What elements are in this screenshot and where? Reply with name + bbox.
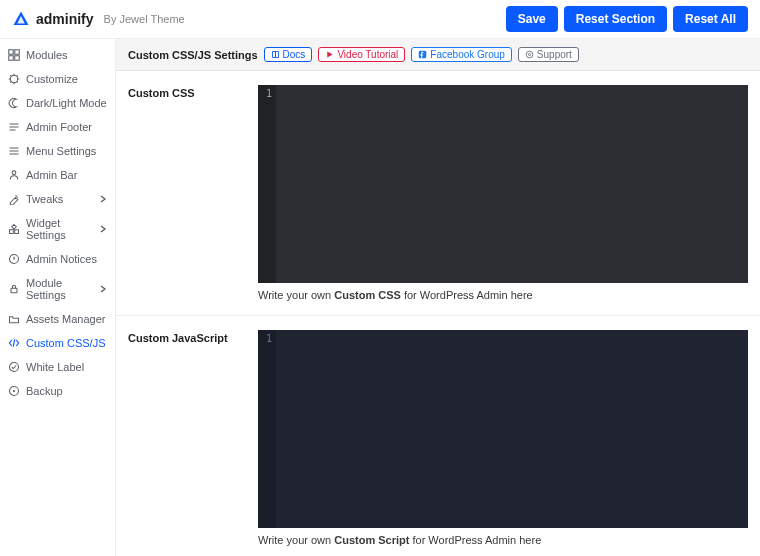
code-area[interactable] xyxy=(276,330,748,528)
editor-gutter: 1 xyxy=(258,330,276,528)
sidebar-item-label: Dark/Light Mode xyxy=(26,97,107,109)
docs-chip[interactable]: Docs xyxy=(264,47,313,62)
top-actions: Save Reset Section Reset All xyxy=(506,6,748,32)
page-title: Custom CSS/JS Settings xyxy=(128,49,258,61)
code-icon xyxy=(8,337,20,349)
custom-js-label: Custom JavaScript xyxy=(128,330,248,546)
sidebar-item-label: Custom CSS/JS xyxy=(26,337,105,349)
main: Custom CSS/JS Settings Docs Video Tutori… xyxy=(116,39,760,556)
svg-rect-1 xyxy=(15,50,20,55)
assets-icon xyxy=(8,313,20,325)
sidebar-item-backup[interactable]: Backup xyxy=(0,379,115,403)
sidebar-item-label: Admin Footer xyxy=(26,121,92,133)
custom-css-body: 1 Write your own Custom CSS for WordPres… xyxy=(258,85,748,301)
sidebar-item-label: Menu Settings xyxy=(26,145,96,157)
notices-icon xyxy=(8,253,20,265)
editor-gutter: 1 xyxy=(258,85,276,283)
sidebar-item-widget-settings[interactable]: Widget Settings xyxy=(0,211,115,247)
custom-css-section: Custom CSS 1 Write your own Custom CSS f… xyxy=(116,71,760,316)
sidebar-item-admin-notices[interactable]: Admin Notices xyxy=(0,247,115,271)
reset-all-button[interactable]: Reset All xyxy=(673,6,748,32)
custom-css-hint: Write your own Custom CSS for WordPress … xyxy=(258,283,748,301)
backup-icon xyxy=(8,385,20,397)
line-number: 1 xyxy=(266,333,272,344)
custom-css-label: Custom CSS xyxy=(128,85,248,301)
custom-css-editor[interactable]: 1 xyxy=(258,85,748,283)
sidebar-item-label: Tweaks xyxy=(26,193,63,205)
sidebar-item-label: White Label xyxy=(26,361,84,373)
layout: Modules Customize Dark/Light Mode Admin … xyxy=(0,39,760,556)
sidebar-item-modules[interactable]: Modules xyxy=(0,43,115,67)
book-icon xyxy=(271,50,280,59)
svg-point-13 xyxy=(528,53,530,55)
adminbar-icon xyxy=(8,169,20,181)
custom-js-section: Custom JavaScript 1 Write your own Custo… xyxy=(116,316,760,556)
svg-point-8 xyxy=(10,363,19,372)
line-number: 1 xyxy=(266,88,272,99)
sidebar-item-custom-cssjs[interactable]: Custom CSS/JS xyxy=(0,331,115,355)
facebook-icon xyxy=(418,50,427,59)
chevron-right-icon xyxy=(99,285,107,293)
darklight-icon xyxy=(8,97,20,109)
whitelabel-icon xyxy=(8,361,20,373)
brand-byline: By Jewel Theme xyxy=(104,13,185,25)
sidebar-item-darklight[interactable]: Dark/Light Mode xyxy=(0,91,115,115)
sidebar-item-admin-bar[interactable]: Admin Bar xyxy=(0,163,115,187)
sidebar-item-admin-footer[interactable]: Admin Footer xyxy=(0,115,115,139)
topbar: adminify By Jewel Theme Save Reset Secti… xyxy=(0,0,760,39)
sidebar-item-tweaks[interactable]: Tweaks xyxy=(0,187,115,211)
sidebar-item-module-settings[interactable]: Module Settings xyxy=(0,271,115,307)
save-button[interactable]: Save xyxy=(506,6,558,32)
sidebar-item-menu-settings[interactable]: Menu Settings xyxy=(0,139,115,163)
svg-rect-3 xyxy=(15,56,20,61)
sidebar: Modules Customize Dark/Light Mode Admin … xyxy=(0,39,116,556)
chevron-right-icon xyxy=(99,195,107,203)
code-area[interactable] xyxy=(276,85,748,283)
chip-label: Docs xyxy=(283,49,306,60)
support-chip[interactable]: Support xyxy=(518,47,579,62)
svg-rect-0 xyxy=(9,50,14,55)
customize-icon xyxy=(8,73,20,85)
modules-icon xyxy=(8,49,20,61)
reset-section-button[interactable]: Reset Section xyxy=(564,6,667,32)
svg-point-4 xyxy=(10,75,18,83)
sidebar-item-label: Backup xyxy=(26,385,63,397)
custom-js-body: 1 Write your own Custom Script for WordP… xyxy=(258,330,748,546)
sidebar-item-label: Admin Notices xyxy=(26,253,97,265)
custom-js-editor[interactable]: 1 xyxy=(258,330,748,528)
modulesettings-icon xyxy=(8,283,20,295)
brand-logo-icon xyxy=(12,10,30,28)
sidebar-item-customize[interactable]: Customize xyxy=(0,67,115,91)
svg-rect-7 xyxy=(11,288,17,293)
facebook-group-chip[interactable]: Facebook Group xyxy=(411,47,512,62)
sidebar-item-label: Modules xyxy=(26,49,68,61)
support-icon xyxy=(525,50,534,59)
video-tutorial-chip[interactable]: Video Tutorial xyxy=(318,47,405,62)
sidebar-item-label: Admin Bar xyxy=(26,169,77,181)
tweaks-icon xyxy=(8,193,20,205)
menu-icon xyxy=(8,145,20,157)
sidebar-item-label: Customize xyxy=(26,73,78,85)
svg-point-12 xyxy=(526,51,533,58)
footer-icon xyxy=(8,121,20,133)
chip-label: Support xyxy=(537,49,572,60)
sidebar-item-label: Module Settings xyxy=(26,277,99,301)
svg-point-10 xyxy=(13,390,15,392)
sidebar-item-white-label[interactable]: White Label xyxy=(0,355,115,379)
chevron-right-icon xyxy=(99,225,107,233)
sidebar-item-label: Assets Manager xyxy=(26,313,105,325)
custom-js-hint: Write your own Custom Script for WordPre… xyxy=(258,528,748,546)
sidebar-item-label: Widget Settings xyxy=(26,217,99,241)
settings-header: Custom CSS/JS Settings Docs Video Tutori… xyxy=(116,39,760,71)
widget-icon xyxy=(8,223,20,235)
svg-rect-2 xyxy=(9,56,14,61)
sidebar-item-assets-manager[interactable]: Assets Manager xyxy=(0,307,115,331)
play-icon xyxy=(325,50,334,59)
svg-point-5 xyxy=(12,171,16,175)
chip-label: Video Tutorial xyxy=(337,49,398,60)
brand: adminify By Jewel Theme xyxy=(12,10,185,28)
chip-label: Facebook Group xyxy=(430,49,505,60)
brand-name: adminify xyxy=(36,11,94,27)
